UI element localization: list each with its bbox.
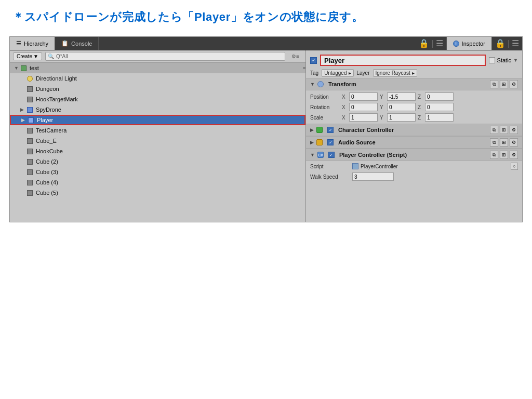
layer-value: Ignore Raycast xyxy=(376,70,410,76)
audio-gear-icon[interactable]: ⚙ xyxy=(510,138,518,147)
scale-label: Scale xyxy=(310,115,339,121)
char-ctrl-header[interactable]: ▶ ✓ Character Controller ⧉ ⊞ ⚙ xyxy=(306,124,522,136)
object-name-text: Player xyxy=(324,57,344,64)
hierarchy-item-hook-cube[interactable]: HookCube xyxy=(10,146,305,156)
script-circle-btn[interactable]: ○ xyxy=(511,163,518,170)
player-ctrl-checkbox[interactable]: ✓ xyxy=(328,152,335,158)
player-ctrl-snap-icon[interactable]: ⊞ xyxy=(500,151,508,159)
hierarchy-item-dungeon[interactable]: Dungeon xyxy=(10,84,305,94)
hierarchy-tab[interactable]: ☰ Hierarchy xyxy=(10,37,55,50)
console-tab[interactable]: 📋 Console xyxy=(55,37,99,50)
hierarchy-item-spy-drone[interactable]: ▶ SpyDrone xyxy=(10,104,305,115)
static-checkbox[interactable] xyxy=(489,57,495,63)
scale-x-value[interactable]: 1 xyxy=(349,113,378,122)
create-button[interactable]: Create ▼ xyxy=(13,52,42,60)
item-label: Cube_E xyxy=(36,138,57,144)
char-ctrl-gear-icon[interactable]: ⚙ xyxy=(510,126,518,134)
hierarchy-item-hook-target-mark[interactable]: HookTargetMark xyxy=(10,94,305,104)
static-dropdown-icon[interactable]: ▼ xyxy=(513,58,518,63)
options-icon: ⚙ xyxy=(291,54,296,59)
search-box[interactable]: 🔍 Q*All xyxy=(45,52,285,61)
menu-icon: ☰ xyxy=(436,38,443,48)
object-active-checkbox[interactable]: ✓ xyxy=(310,57,317,64)
rot-x-value[interactable]: 0 xyxy=(349,103,378,111)
audio-copy-icon[interactable]: ⧉ xyxy=(490,138,498,147)
lock-icon: 🔒 xyxy=(419,38,429,48)
char-ctrl-copy-icon[interactable]: ⧉ xyxy=(490,126,498,134)
hierarchy-item-cube-4[interactable]: Cube (4) xyxy=(10,177,305,188)
audio-snap-icon[interactable]: ⊞ xyxy=(500,138,508,147)
position-row: Position X 0 Y -1.5 Z 0 xyxy=(306,91,522,102)
hierarchy-options-icon[interactable]: ⚙ ≡ xyxy=(288,54,302,59)
audio-header[interactable]: ▶ ✓ Audio Source ⧉ ⊞ ⚙ xyxy=(306,136,522,149)
rotation-label: Rotation xyxy=(310,104,339,110)
audio-source-section: ▶ ✓ Audio Source ⧉ ⊞ ⚙ xyxy=(306,136,522,149)
hierarchy-item-player[interactable]: ▶ Player xyxy=(10,115,305,125)
item-label: Directional Light xyxy=(36,75,77,82)
hierarchy-lock-icon[interactable]: 🔒 | ☰ xyxy=(416,37,446,50)
script-row: Script PlayerController ○ xyxy=(306,161,522,171)
char-ctrl-right-icons: ⧉ ⊞ ⚙ xyxy=(490,126,518,134)
tag-value: Untagged xyxy=(324,70,347,76)
cube-icon xyxy=(27,97,33,102)
position-xyz: X 0 Y -1.5 Z 0 xyxy=(342,92,518,101)
scale-z-value[interactable]: 1 xyxy=(425,113,454,122)
player-ctrl-copy-icon[interactable]: ⧉ xyxy=(490,151,498,159)
pos-x-label: X xyxy=(342,94,347,100)
rot-z-label: Z xyxy=(418,104,423,110)
rot-y-value[interactable]: 0 xyxy=(387,103,416,111)
scene-options-icon: ≡ xyxy=(303,65,305,71)
tag-dropdown[interactable]: Untagged ▸ xyxy=(322,69,353,77)
inspector-lock-icon[interactable]: 🔒 xyxy=(495,38,506,48)
hierarchy-item-test-camera[interactable]: TestCamera xyxy=(10,125,305,136)
search-icon: 🔍 xyxy=(48,54,54,59)
hierarchy-item-cube-5[interactable]: Cube (5) xyxy=(10,188,305,198)
char-ctrl-snap-icon[interactable]: ⊞ xyxy=(500,126,508,134)
tag-label: Tag xyxy=(310,70,318,76)
walk-speed-row: Walk Speed 3 xyxy=(306,171,522,182)
hierarchy-tab-label: Hierarchy xyxy=(24,41,48,47)
inspector-tab-label: Inspector xyxy=(462,41,485,47)
tag-dropdown-icon: ▸ xyxy=(349,70,351,76)
transform-gear-icon[interactable]: ⚙ xyxy=(510,80,518,88)
script-value-area: PlayerController xyxy=(352,163,508,169)
transform-arrow-icon: ▼ xyxy=(310,82,315,87)
cube-icon xyxy=(27,169,33,175)
hierarchy-item-cube-e[interactable]: Cube_E xyxy=(10,136,305,146)
panels: Create ▼ 🔍 Q*All ⚙ ≡ ▼ test xyxy=(10,50,522,222)
rotation-row: Rotation X 0 Y 0 Z 0 xyxy=(306,102,522,112)
gameobj-icon xyxy=(28,117,34,123)
transform-header[interactable]: ▼ Transform ⧉ ⊞ ⚙ xyxy=(306,78,522,90)
info-icon: i xyxy=(453,41,459,47)
hierarchy-item-cube-2[interactable]: Cube (2) xyxy=(10,156,305,167)
scale-y-value[interactable]: 1 xyxy=(387,113,416,122)
inspector-tab[interactable]: i Inspector xyxy=(446,37,492,50)
player-ctrl-gear-icon[interactable]: ⚙ xyxy=(510,151,518,159)
hierarchy-tab-icon: ☰ xyxy=(16,40,21,47)
item-label: Cube (4) xyxy=(36,179,58,185)
walk-speed-value[interactable]: 3 xyxy=(352,172,394,181)
transform-snap-icon[interactable]: ⊞ xyxy=(500,80,508,88)
pos-x-value[interactable]: 0 xyxy=(349,92,378,101)
object-header: ✓ Player Static ▼ xyxy=(306,52,522,68)
transform-copy-icon[interactable]: ⧉ xyxy=(490,80,498,88)
inspector-menu-icon[interactable]: ☰ xyxy=(512,38,519,48)
char-ctrl-checkbox[interactable]: ✓ xyxy=(327,127,334,133)
scale-x-label: X xyxy=(342,115,347,121)
hierarchy-item-directional-light[interactable]: Directional Light xyxy=(10,73,305,84)
rotation-xyz: X 0 Y 0 Z 0 xyxy=(342,103,518,111)
scene-item-test[interactable]: ▼ test ≡ xyxy=(10,63,305,73)
hierarchy-item-cube-3[interactable]: Cube (3) xyxy=(10,167,305,177)
cube-icon xyxy=(27,190,33,196)
audio-title: Audio Source xyxy=(338,139,376,145)
pos-y-value[interactable]: -1.5 xyxy=(387,92,416,101)
player-ctrl-header[interactable]: ▼ C# ✓ Player Controller (Script) ⧉ ⊞ ⚙ xyxy=(306,149,522,161)
audio-checkbox[interactable]: ✓ xyxy=(327,139,334,145)
layer-dropdown[interactable]: Ignore Raycast ▸ xyxy=(373,69,417,77)
pos-z-value[interactable]: 0 xyxy=(425,92,454,101)
search-value: Q*All xyxy=(56,54,68,59)
rot-z-value[interactable]: 0 xyxy=(425,103,454,111)
tag-layer-row: Tag Untagged ▸ Layer Ignore Raycast ▸ xyxy=(306,68,522,78)
object-name-field[interactable]: Player xyxy=(320,55,486,66)
scene-arrow-icon: ▼ xyxy=(14,65,19,71)
